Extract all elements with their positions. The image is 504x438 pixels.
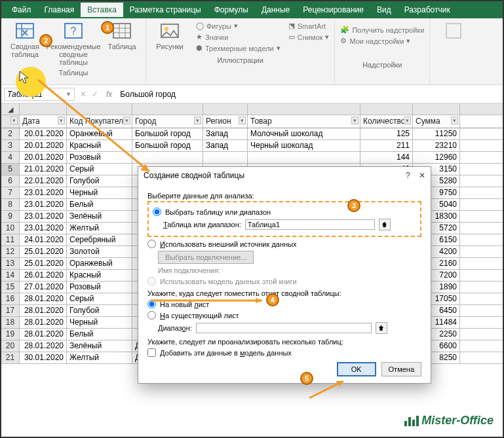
range-group-highlight: Выбрать таблицу или диапазон Таблица или… (147, 201, 421, 237)
formula-input[interactable]: Большой город (117, 88, 503, 100)
radio-existing-sheet[interactable] (147, 311, 156, 319)
recommended-pivot-button[interactable]: ? Рекомендуемые сводные таблицы (48, 20, 98, 66)
choose-connection-button: Выбрать подключение... (158, 251, 254, 264)
ok-button[interactable]: OK (337, 362, 376, 376)
range-label: Таблица или диапазон: (163, 221, 241, 228)
tab-файл[interactable]: Файл (5, 3, 38, 17)
callout-4: 4 (266, 293, 279, 306)
cancel-button[interactable]: Отмена (381, 362, 421, 376)
ribbon-body: Сводная таблица ? Рекомендуемые сводные … (1, 18, 503, 85)
radio-datamodel (147, 277, 156, 285)
tab-вставка[interactable]: Вставка (81, 3, 123, 17)
smartart-icon: ⬔ (288, 22, 295, 30)
table-header-row[interactable]: Дата Код Покупателя Город Регион Товар К… (1, 115, 503, 128)
tab-вид[interactable]: Вид (370, 3, 398, 17)
help-icon[interactable]: ? (406, 171, 410, 180)
group-illustrations: Рисунки ◯Фигуры ▾ ★Значки ⬢Трехмерные мо… (146, 18, 335, 84)
svg-point-5 (165, 27, 168, 31)
ribbon-tabs: ФайлГлавнаяВставкаРазметка страницыФорму… (1, 1, 503, 18)
close-icon[interactable]: ✕ (419, 171, 425, 180)
callout-5: 5 (300, 372, 313, 385)
svg-text:?: ? (71, 26, 77, 37)
col-qty: Количество (360, 115, 413, 128)
column-headers[interactable]: ◢ (1, 103, 503, 115)
shapes-icon: ◯ (196, 22, 204, 30)
checkbox-add-model-label: Добавить эти данные в модель данных (160, 349, 292, 357)
recommended-pivot-icon: ? (63, 20, 84, 41)
smartart-button[interactable]: ⬔SmartArt (288, 20, 326, 31)
dialog-title: Создание сводной таблицы (144, 171, 244, 180)
screenshot-icon: ▭ (288, 33, 295, 41)
radio-existing-sheet-label: На существующий лист (160, 312, 239, 319)
pivot-table-icon (14, 20, 35, 41)
pictures-button[interactable]: Рисунки (151, 20, 188, 54)
pictures-icon (159, 20, 180, 41)
svg-rect-6 (446, 24, 461, 38)
callout-1: 1 (101, 21, 114, 34)
3d-models-button[interactable]: ⬢Трехмерные модели ▾ (196, 43, 281, 54)
callout-3: 3 (347, 199, 360, 212)
rec-data-button[interactable] (435, 20, 472, 43)
create-pivot-dialog: Создание сводной таблицы ? ✕ Выберите да… (138, 166, 431, 384)
col-region: Регион (203, 115, 248, 128)
pivot-table-button[interactable]: Сводная таблица (7, 20, 43, 66)
get-addins-button[interactable]: 🧩Получить надстройки (340, 24, 424, 35)
radio-new-sheet-label: На новый лист (160, 301, 209, 308)
table-row[interactable]: 220.01.2020ОранжевыйБольшой городЗападМо… (1, 128, 503, 140)
chevron-down-icon[interactable]: ▼ (66, 91, 71, 98)
checkbox-add-model[interactable] (147, 348, 156, 357)
col-customer: Код Покупателя (67, 115, 132, 128)
col-product: Товар (248, 115, 360, 128)
group-addins-label: Надстройки (340, 61, 424, 69)
radio-external-label: Использовать внешний источник данных (160, 240, 296, 248)
place-label: Укажите, куда следует поместить отчет св… (147, 289, 421, 297)
tab-рецензирование[interactable]: Рецензирование (296, 3, 370, 17)
multi-label: Укажите, следует ли проанализировать нес… (147, 338, 421, 346)
enter-icon[interactable]: ✓ (92, 90, 98, 99)
callout-2: 2 (39, 34, 52, 47)
watermark: Mister-Office (404, 414, 494, 428)
my-addins-button[interactable]: ⚙Мои надстройки ▾ (340, 35, 410, 46)
col-date: Дата (20, 115, 67, 128)
yellow-highlight (16, 67, 46, 97)
svg-rect-3 (113, 24, 130, 38)
tab-формулы[interactable]: Формулы (208, 3, 255, 17)
location-picker-button[interactable]: 🡅 (376, 322, 387, 334)
svg-rect-0 (16, 24, 33, 38)
connection-name-label: Имя подключения: (158, 266, 421, 274)
icons-button[interactable]: ★Значки (196, 31, 228, 43)
fx-icon[interactable]: fx (106, 90, 112, 99)
radio-select-range[interactable] (153, 208, 161, 216)
cancel-icon[interactable]: ✕ (80, 90, 87, 99)
screenshot-button[interactable]: ▭Снимок ▾ (288, 31, 330, 43)
icons-icon: ★ (196, 33, 203, 41)
addins-icon: ⚙ (340, 37, 347, 45)
location-input[interactable] (196, 323, 372, 333)
tab-разработчик[interactable]: Разработчик (398, 3, 457, 17)
range-input[interactable] (245, 219, 375, 230)
table-row[interactable]: 420.01.2020Розовый14412960 (1, 152, 503, 164)
range-picker-button[interactable]: 🡅 (379, 219, 391, 230)
group-rec (430, 18, 477, 84)
tab-главная[interactable]: Главная (38, 3, 81, 17)
tab-разметка страницы[interactable]: Разметка страницы (123, 3, 208, 17)
group-addins: 🧩Получить надстройки ⚙Мои надстройки ▾ Н… (335, 18, 430, 84)
radio-new-sheet[interactable] (147, 300, 156, 308)
radio-select-range-label: Выбрать таблицу или диапазон (165, 208, 271, 216)
radio-external[interactable] (147, 240, 156, 248)
group-illus-label: Иллюстрации (151, 56, 329, 64)
rec-icon (443, 20, 464, 41)
diap-label: Диапазон: (158, 324, 192, 332)
table-row[interactable]: 320.01.2020КрасныйБольшой городЗападЧерн… (1, 140, 503, 152)
tab-данные[interactable]: Данные (255, 3, 296, 17)
col-sum: Сумма (413, 115, 460, 128)
shapes-button[interactable]: ◯Фигуры ▾ (196, 20, 238, 31)
choose-data-label: Выберите данные для анализа: (147, 192, 421, 200)
store-icon: 🧩 (340, 26, 349, 34)
radio-datamodel-label: Использовать модель данных этой книги (160, 278, 297, 285)
3d-icon: ⬢ (196, 44, 203, 52)
table-icon (111, 20, 132, 41)
formula-bar: Таблица1▼ ✕ ✓ fx Большой город (1, 85, 503, 103)
col-city: Город (132, 115, 203, 128)
